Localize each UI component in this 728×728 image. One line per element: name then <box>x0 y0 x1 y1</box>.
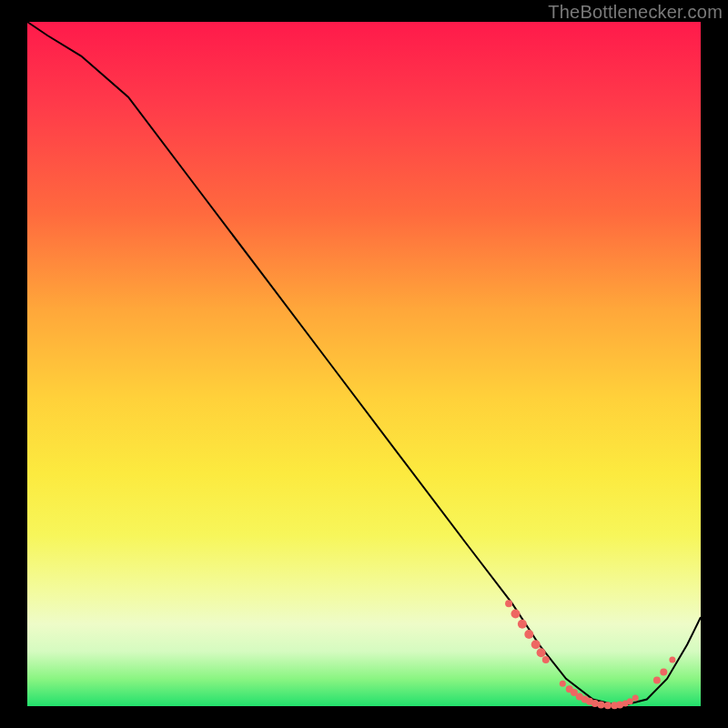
data-marker <box>627 698 633 704</box>
data-marker <box>660 668 667 675</box>
data-marker <box>505 600 512 607</box>
data-marker <box>537 648 546 657</box>
data-marker <box>598 702 605 709</box>
data-marker <box>632 695 639 702</box>
data-marker <box>592 700 599 707</box>
curve-line <box>27 22 701 706</box>
plot-area <box>27 22 701 706</box>
data-marker <box>518 620 527 629</box>
data-marker <box>524 630 533 639</box>
data-marker <box>669 656 675 662</box>
marker-group <box>505 600 675 709</box>
data-marker <box>531 640 541 649</box>
chart-frame: TheBottlenecker.com <box>0 0 728 728</box>
data-marker <box>604 702 612 709</box>
chart-svg <box>27 22 701 706</box>
data-marker <box>542 656 550 663</box>
data-marker <box>653 676 661 683</box>
data-marker <box>511 610 521 619</box>
data-marker <box>560 681 566 687</box>
attribution-label: TheBottlenecker.com <box>548 2 723 23</box>
